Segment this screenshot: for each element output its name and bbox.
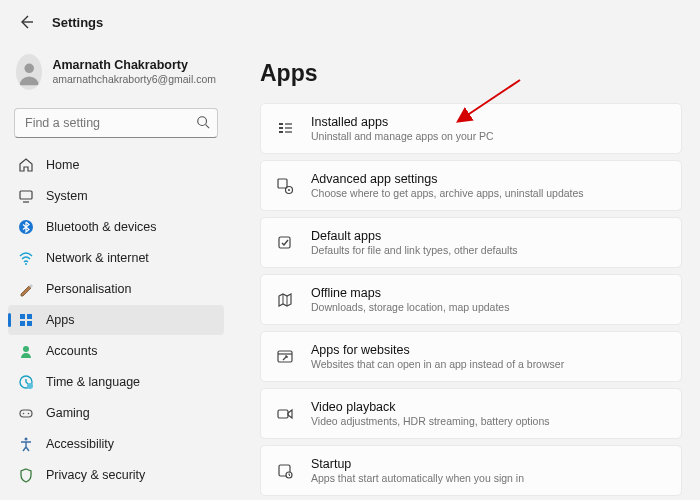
svg-point-26 bbox=[288, 189, 290, 191]
sidebar-item-label: Gaming bbox=[46, 406, 90, 420]
avatar bbox=[16, 54, 42, 90]
card-installed-apps[interactable]: Installed appsUninstall and manage apps … bbox=[260, 103, 682, 154]
card-title: Offline maps bbox=[311, 286, 509, 300]
svg-rect-20 bbox=[279, 131, 283, 133]
sidebar-item-personalisation[interactable]: Personalisation bbox=[8, 274, 224, 304]
gaming-icon bbox=[18, 405, 34, 421]
settings-cards: Installed appsUninstall and manage apps … bbox=[260, 103, 682, 496]
startup-icon bbox=[275, 461, 295, 481]
svg-rect-19 bbox=[279, 127, 283, 129]
accounts-icon bbox=[18, 343, 34, 359]
card-title: Installed apps bbox=[311, 115, 494, 129]
card-subtitle: Defaults for file and link types, other … bbox=[311, 244, 518, 256]
sidebar-item-label: Privacy & security bbox=[46, 468, 145, 482]
apps-icon bbox=[18, 312, 34, 328]
wifi-icon bbox=[18, 250, 34, 266]
advanced-icon bbox=[275, 176, 295, 196]
sidebar-item-system[interactable]: System bbox=[8, 181, 224, 211]
svg-rect-10 bbox=[27, 321, 32, 326]
sidebar: Amarnath Chakraborty amarnathchakraborty… bbox=[0, 40, 232, 500]
accessibility-icon bbox=[18, 436, 34, 452]
sidebar-item-label: Network & internet bbox=[46, 251, 149, 265]
svg-rect-18 bbox=[279, 123, 283, 125]
card-subtitle: Video adjustments, HDR streaming, batter… bbox=[311, 415, 550, 427]
sidebar-item-network-internet[interactable]: Network & internet bbox=[8, 243, 224, 273]
svg-rect-9 bbox=[20, 321, 25, 326]
card-startup[interactable]: StartupApps that start automatically whe… bbox=[260, 445, 682, 496]
card-default-apps[interactable]: Default appsDefaults for file and link t… bbox=[260, 217, 682, 268]
sidebar-item-label: Accessibility bbox=[46, 437, 114, 451]
card-advanced-app-settings[interactable]: Advanced app settingsChoose where to get… bbox=[260, 160, 682, 211]
sidebar-item-privacy-security[interactable]: Privacy & security bbox=[8, 460, 224, 490]
svg-line-2 bbox=[206, 125, 210, 129]
time-icon bbox=[18, 374, 34, 390]
sidebar-item-gaming[interactable]: Gaming bbox=[8, 398, 224, 428]
search-input[interactable] bbox=[14, 108, 218, 138]
sidebar-item-label: Time & language bbox=[46, 375, 140, 389]
video-icon bbox=[275, 404, 295, 424]
sidebar-item-apps[interactable]: Apps bbox=[8, 305, 224, 335]
svg-point-16 bbox=[28, 413, 30, 415]
svg-point-13 bbox=[27, 383, 33, 389]
user-name: Amarnath Chakraborty bbox=[52, 58, 216, 73]
card-subtitle: Downloads, storage location, map updates bbox=[311, 301, 509, 313]
personalise-icon bbox=[18, 281, 34, 297]
svg-point-6 bbox=[25, 263, 27, 265]
nav-list: HomeSystemBluetooth & devicesNetwork & i… bbox=[8, 150, 224, 490]
svg-rect-14 bbox=[20, 410, 32, 417]
back-button[interactable] bbox=[14, 10, 38, 34]
main-panel: Apps Installed appsUninstall and manage … bbox=[232, 40, 700, 500]
sidebar-item-time-language[interactable]: Time & language bbox=[8, 367, 224, 397]
installed-icon bbox=[275, 119, 295, 139]
sidebar-item-label: Bluetooth & devices bbox=[46, 220, 157, 234]
svg-point-11 bbox=[23, 346, 29, 352]
sidebar-item-home[interactable]: Home bbox=[8, 150, 224, 180]
card-subtitle: Apps that start automatically when you s… bbox=[311, 472, 524, 484]
card-subtitle: Choose where to get apps, archive apps, … bbox=[311, 187, 584, 199]
sidebar-item-bluetooth-devices[interactable]: Bluetooth & devices bbox=[8, 212, 224, 242]
svg-rect-24 bbox=[278, 179, 287, 188]
sidebar-item-label: Personalisation bbox=[46, 282, 131, 296]
page-heading: Apps bbox=[260, 60, 682, 87]
sidebar-item-accessibility[interactable]: Accessibility bbox=[8, 429, 224, 459]
bluetooth-icon bbox=[18, 219, 34, 235]
card-title: Advanced app settings bbox=[311, 172, 584, 186]
user-email: amarnathchakraborty6@gmail.com bbox=[52, 73, 216, 86]
card-apps-for-websites[interactable]: Apps for websitesWebsites that can open … bbox=[260, 331, 682, 382]
window-title: Settings bbox=[52, 15, 103, 30]
svg-rect-8 bbox=[27, 314, 32, 319]
websites-icon bbox=[275, 347, 295, 367]
svg-rect-7 bbox=[20, 314, 25, 319]
maps-icon bbox=[275, 290, 295, 310]
card-title: Startup bbox=[311, 457, 524, 471]
search-icon bbox=[196, 115, 210, 133]
privacy-icon bbox=[18, 467, 34, 483]
card-title: Apps for websites bbox=[311, 343, 564, 357]
svg-rect-27 bbox=[279, 237, 290, 248]
card-video-playback[interactable]: Video playbackVideo adjustments, HDR str… bbox=[260, 388, 682, 439]
svg-point-1 bbox=[198, 117, 207, 126]
svg-rect-3 bbox=[20, 191, 32, 199]
system-icon bbox=[18, 188, 34, 204]
card-subtitle: Websites that can open in an app instead… bbox=[311, 358, 564, 370]
user-block[interactable]: Amarnath Chakraborty amarnathchakraborty… bbox=[8, 48, 224, 102]
default-icon bbox=[275, 233, 295, 253]
card-title: Default apps bbox=[311, 229, 518, 243]
back-arrow-icon bbox=[18, 14, 34, 30]
card-offline-maps[interactable]: Offline mapsDownloads, storage location,… bbox=[260, 274, 682, 325]
card-title: Video playback bbox=[311, 400, 550, 414]
svg-point-17 bbox=[25, 438, 28, 441]
home-icon bbox=[18, 157, 34, 173]
sidebar-item-label: Accounts bbox=[46, 344, 97, 358]
svg-point-15 bbox=[23, 413, 25, 415]
sidebar-item-label: System bbox=[46, 189, 88, 203]
sidebar-item-label: Home bbox=[46, 158, 79, 172]
sidebar-item-accounts[interactable]: Accounts bbox=[8, 336, 224, 366]
sidebar-item-label: Apps bbox=[46, 313, 75, 327]
card-subtitle: Uninstall and manage apps on your PC bbox=[311, 130, 494, 142]
svg-rect-32 bbox=[278, 410, 288, 418]
svg-point-0 bbox=[24, 64, 34, 74]
